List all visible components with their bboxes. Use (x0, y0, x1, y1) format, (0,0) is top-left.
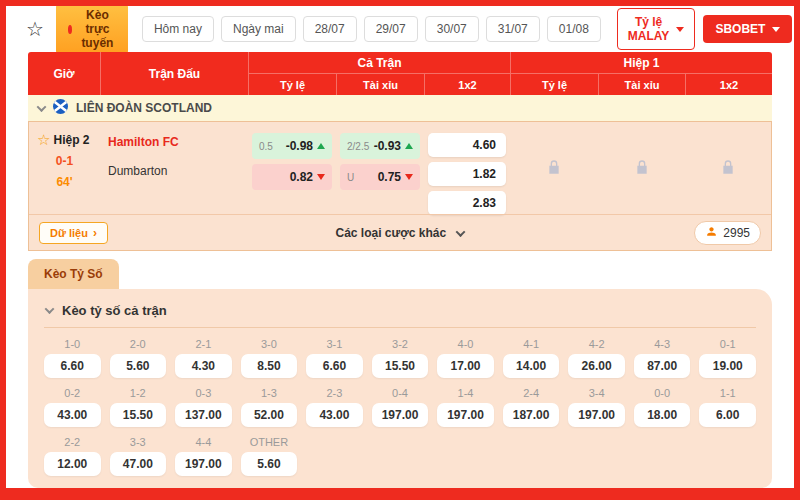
1x2-odds-home[interactable]: 4.60 (428, 133, 506, 157)
score-label: 1-3 (241, 387, 298, 399)
match-actions-row: Dữ liệu › Các loại cược khác 2995 (29, 214, 771, 250)
handicap-odds-value: 0.82 (290, 170, 313, 184)
favorites-star-icon[interactable]: ☆ (26, 19, 44, 39)
score-odds-cell: 0-2 43.00 (44, 387, 101, 427)
score-section-header[interactable]: Kèo tỷ số cả trận (44, 299, 756, 328)
score-odds-cell: 2-1 4.30 (175, 338, 232, 378)
score-odds-button[interactable]: 5.60 (241, 452, 298, 476)
more-bets-label: Các loại cược khác (336, 226, 447, 240)
score-odds-button[interactable]: 15.50 (372, 354, 429, 378)
match-favorite-star-icon[interactable]: ☆ (37, 132, 50, 147)
data-button-label: Dữ liệu (50, 227, 88, 239)
date-tab[interactable]: 28/07 (303, 16, 357, 42)
away-team-name[interactable]: Dumbarton (108, 164, 240, 178)
league-name: LIÊN ĐOÀN SCOTLAND (76, 101, 212, 115)
score-odds-button[interactable]: 18.00 (634, 403, 691, 427)
score-odds-button[interactable]: 197.00 (437, 403, 494, 427)
score-odds-button[interactable]: 197.00 (372, 403, 429, 427)
overunder-odds-value: 0.75 (378, 170, 401, 184)
score-odds-cell: 1-0 6.60 (44, 338, 101, 378)
score-odds-button[interactable]: 4.30 (175, 354, 232, 378)
score-odds-cell: 3-0 8.50 (241, 338, 298, 378)
handicap-odds-cell: 0.5 -0.98 0.82 (248, 122, 336, 215)
1x2-odds-away[interactable]: 2.83 (428, 191, 506, 215)
match-time-cell: ☆ Hiệp 2 0-1 64' (29, 122, 100, 215)
chevron-down-icon (37, 102, 47, 112)
firsthalf-1x2-locked-cell (685, 122, 771, 215)
score-label: 4-0 (437, 338, 494, 350)
match-card: ☆ Hiệp 2 0-1 64' Hamilton FC Dumbarton 0… (28, 121, 772, 251)
1x2-odds-cell: 4.60 1.82 2.83 (424, 122, 510, 215)
score-label: 2-1 (175, 338, 232, 350)
chevron-down-icon (45, 304, 55, 314)
date-tab[interactable]: Ngày mai (221, 16, 296, 42)
viewers-count-badge: 2995 (694, 221, 761, 245)
provider-button[interactable]: SBOBET (703, 15, 792, 43)
score-odds-button[interactable]: 47.00 (110, 452, 167, 476)
odds-format-button[interactable]: Tỷ lệ MALAY (617, 8, 696, 50)
score-label: 0-2 (44, 387, 101, 399)
home-team-name[interactable]: Hamilton FC (108, 135, 240, 149)
date-tab[interactable]: 01/08 (547, 16, 601, 42)
score-odds-button[interactable]: 6.00 (699, 403, 756, 427)
overunder-odds-top[interactable]: 2/2.5 -0.93 (340, 133, 420, 159)
subcol-header-handicap-fh: Tỷ lệ (510, 74, 598, 95)
match-row: ☆ Hiệp 2 0-1 64' Hamilton FC Dumbarton 0… (29, 122, 771, 214)
odds-down-icon (317, 174, 325, 180)
score-odds-cell: 3-1 6.60 (306, 338, 363, 378)
overunder-odds-bottom[interactable]: U 0.75 (340, 164, 420, 190)
1x2-odds-draw[interactable]: 1.82 (428, 162, 506, 186)
col-header-time: Giờ (28, 52, 100, 95)
lock-icon (720, 159, 736, 179)
date-tab[interactable]: 30/07 (425, 16, 479, 42)
handicap-odds-top[interactable]: 0.5 -0.98 (252, 133, 332, 159)
overunder-line: 2/2.5 (347, 141, 369, 152)
firsthalf-overunder-locked-cell (598, 122, 685, 215)
subcol-header-handicap-ft: Tỷ lệ (248, 74, 336, 95)
score-odds-button[interactable]: 43.00 (306, 403, 363, 427)
caret-down-icon (772, 27, 780, 32)
lock-icon (634, 159, 650, 179)
score-odds-button[interactable]: 6.60 (306, 354, 363, 378)
score-odds-button[interactable]: 197.00 (568, 403, 625, 427)
score-odds-button[interactable]: 12.00 (44, 452, 101, 476)
score-label: 3-2 (372, 338, 429, 350)
toolbar: ☆ Kèo trực tuyến Hôm nay Ngày mai 28/07 … (6, 6, 794, 52)
score-odds-button[interactable]: 137.00 (175, 403, 232, 427)
score-odds-button[interactable]: 17.00 (437, 354, 494, 378)
score-odds-button[interactable]: 15.50 (110, 403, 167, 427)
score-section-title: Kèo tỷ số cả trận (62, 303, 167, 318)
date-tab[interactable]: 29/07 (364, 16, 418, 42)
score-odds-button[interactable]: 43.00 (44, 403, 101, 427)
score-odds-button[interactable]: 5.60 (110, 354, 167, 378)
lock-icon (546, 159, 562, 179)
score-label: 2-0 (110, 338, 167, 350)
handicap-line: 0.5 (259, 141, 273, 152)
score-odds-button[interactable]: 187.00 (503, 403, 560, 427)
score-odds-button[interactable]: 14.00 (503, 354, 560, 378)
score-odds-button[interactable]: 6.60 (44, 354, 101, 378)
handicap-odds-bottom[interactable]: 0.82 (252, 164, 332, 190)
score-odds-button[interactable]: 26.00 (568, 354, 625, 378)
score-label: 2-3 (306, 387, 363, 399)
chevron-down-icon (456, 227, 466, 237)
score-label: 0-0 (634, 387, 691, 399)
caret-down-icon (676, 27, 684, 32)
score-odds-cell: 3-3 47.00 (110, 436, 167, 476)
score-odds-button[interactable]: 197.00 (175, 452, 232, 476)
data-button[interactable]: Dữ liệu › (39, 222, 108, 244)
date-tab[interactable]: 31/07 (486, 16, 540, 42)
league-row[interactable]: LIÊN ĐOÀN SCOTLAND (28, 95, 772, 121)
more-bets-toggle[interactable]: Các loại cược khác (29, 226, 771, 240)
score-odds-cell: 2-4 187.00 (503, 387, 560, 427)
score-odds-button[interactable]: 19.00 (699, 354, 756, 378)
score-odds-button[interactable]: 8.50 (241, 354, 298, 378)
tab-score-odds[interactable]: Kèo Tỷ Số (28, 259, 119, 289)
score-odds-button[interactable]: 52.00 (241, 403, 298, 427)
subcol-header-overunder-ft: Tài xỉu (336, 74, 424, 95)
subcol-header-1x2-fh: 1x2 (685, 74, 772, 95)
score-odds-button[interactable]: 87.00 (634, 354, 691, 378)
score-odds-cell: 0-1 19.00 (699, 338, 756, 378)
live-odds-button[interactable]: Kèo trực tuyến (56, 2, 128, 56)
date-tab[interactable]: Hôm nay (142, 16, 214, 42)
